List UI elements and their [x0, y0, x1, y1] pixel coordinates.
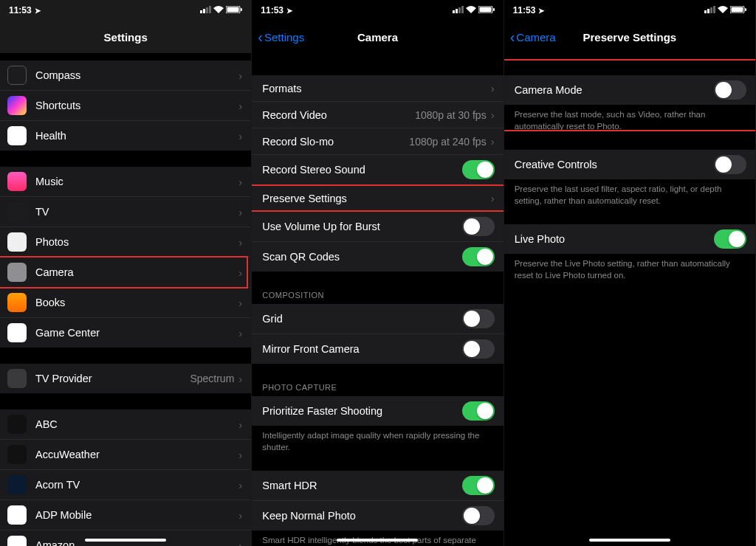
cell-scanqr[interactable]: Scan QR Codes: [252, 242, 503, 272]
location-icon: ➤: [538, 7, 544, 15]
cell-recordvideo[interactable]: Record Video1080p at 30 fps›: [252, 102, 503, 128]
chevron-right-icon: ›: [238, 373, 242, 385]
nav-bar: ‹ Settings Camera: [252, 21, 503, 53]
cell-label: Prioritize Faster Shooting: [262, 405, 461, 417]
cell-volumeburst[interactable]: Use Volume Up for Burst: [252, 212, 503, 242]
smarthdr-toggle[interactable]: [462, 476, 495, 495]
gamecenter-icon: [7, 323, 27, 342]
cell-recordstereo[interactable]: Record Stereo Sound: [252, 155, 503, 185]
chevron-right-icon: ›: [238, 266, 242, 279]
cell-camera[interactable]: Camera›: [0, 258, 251, 288]
cameramode-toggle[interactable]: [714, 80, 746, 100]
cell-label: Camera: [35, 266, 238, 278]
cell-music[interactable]: Music›: [0, 167, 251, 197]
cell-preservesettings[interactable]: Preserve Settings›: [252, 185, 503, 212]
prioritizefaster-toggle[interactable]: [462, 401, 495, 421]
cell-recordslomo[interactable]: Record Slo-mo1080p at 240 fps›: [252, 128, 503, 155]
cell-label: Grid: [262, 313, 461, 325]
location-icon: ➤: [35, 7, 41, 15]
grid-toggle[interactable]: [462, 309, 495, 328]
cell-label: Compass: [35, 69, 238, 81]
cell-tvprovider[interactable]: TV ProviderSpectrum›: [0, 364, 251, 393]
status-time: 11:53: [261, 5, 284, 15]
cell-livephoto[interactable]: Live Photo: [504, 224, 755, 254]
home-indicator[interactable]: [85, 539, 166, 542]
wifi-icon: [718, 5, 728, 15]
volumeburst-toggle[interactable]: [462, 217, 495, 236]
svg-rect-16: [710, 7, 712, 13]
back-button[interactable]: ‹ Camera: [510, 30, 556, 44]
recordstereo-toggle[interactable]: [462, 160, 495, 179]
cell-prioritizefaster[interactable]: Prioritize Faster Shooting: [252, 396, 503, 426]
cell-grid[interactable]: Grid: [252, 304, 503, 334]
cell-label: Books: [35, 297, 238, 308]
status-time: 11:53: [513, 5, 536, 15]
svg-rect-19: [731, 7, 743, 13]
cell-cameramode[interactable]: Camera Mode: [504, 75, 755, 105]
battery-icon: [226, 5, 242, 15]
camera-settings-list[interactable]: Formats›Record Video1080p at 30 fps›Reco…: [252, 53, 503, 546]
cell-tv[interactable]: TV›: [0, 197, 251, 227]
adpmobile-icon: [7, 505, 27, 525]
chevron-right-icon: ›: [238, 418, 242, 431]
cell-label: Mirror Front Camera: [262, 343, 461, 355]
back-button[interactable]: ‹ Settings: [258, 30, 304, 44]
nav-bar: Settings: [0, 21, 251, 53]
music-icon: [7, 172, 27, 191]
svg-rect-2: [206, 7, 208, 13]
health-icon: [7, 126, 27, 145]
shortcuts-icon: [7, 96, 27, 115]
camera-icon: [7, 263, 27, 282]
home-indicator[interactable]: [589, 539, 670, 542]
svg-rect-14: [704, 10, 707, 13]
chevron-right-icon: ›: [238, 206, 242, 218]
back-label: Camera: [516, 31, 555, 44]
group-footer: Intelligently adapt image quality when r…: [252, 426, 503, 455]
page-title: Settings: [104, 31, 148, 44]
compass-icon: [7, 66, 27, 85]
cell-abc[interactable]: ABC›: [0, 410, 251, 440]
svg-rect-7: [453, 10, 455, 13]
cell-compass[interactable]: Compass›: [0, 61, 251, 91]
back-label: Settings: [264, 31, 304, 44]
livephoto-toggle[interactable]: [714, 229, 746, 249]
cell-accuweather[interactable]: AccuWeather›: [0, 440, 251, 470]
screen-settings: 11:53 ➤ Settings Compass›Shortcuts›Healt…: [0, 0, 252, 546]
chevron-right-icon: ›: [491, 135, 495, 148]
settings-list[interactable]: Compass›Shortcuts›Health›Music›TV›Photos…: [0, 53, 251, 546]
creativecontrols-toggle[interactable]: [714, 155, 746, 174]
cell-keepnormal[interactable]: Keep Normal Photo: [252, 501, 503, 531]
location-icon: ➤: [286, 7, 292, 15]
cell-acorntv[interactable]: Acorn TV›: [0, 470, 251, 500]
cell-smarthdr[interactable]: Smart HDR: [252, 471, 503, 501]
home-indicator[interactable]: [337, 539, 418, 542]
cell-label: Music: [35, 176, 238, 187]
scanqr-toggle[interactable]: [462, 247, 495, 266]
cell-creativecontrols[interactable]: Creative Controls: [504, 150, 755, 179]
tv-icon: [7, 202, 27, 221]
cell-formats[interactable]: Formats›: [252, 75, 503, 102]
mirrorfront-toggle[interactable]: [462, 339, 495, 359]
group-header: PHOTO CAPTURE: [252, 380, 503, 396]
abc-icon: [7, 415, 27, 434]
cell-mirrorfront[interactable]: Mirror Front Camera: [252, 334, 503, 364]
group-footer: Preserve the last used filter, aspect ra…: [504, 179, 755, 208]
svg-rect-15: [707, 9, 709, 13]
battery-icon: [478, 5, 495, 15]
cell-gamecenter[interactable]: Game Center›: [0, 318, 251, 348]
cell-label: Record Stereo Sound: [262, 164, 461, 176]
cell-health[interactable]: Health›: [0, 121, 251, 151]
cell-label: Shortcuts: [35, 100, 238, 111]
keepnormal-toggle[interactable]: [462, 506, 495, 525]
cell-label: Formats: [262, 83, 490, 94]
cell-adpmobile[interactable]: ADP Mobile›: [0, 500, 251, 531]
preserve-settings-list[interactable]: Camera ModePreserve the last mode, such …: [504, 53, 755, 546]
cell-photos[interactable]: Photos›: [0, 227, 251, 258]
cell-books[interactable]: Books›: [0, 288, 251, 318]
cell-label: Record Video: [262, 109, 415, 121]
page-title: Preserve Settings: [583, 31, 676, 44]
cell-shortcuts[interactable]: Shortcuts›: [0, 91, 251, 121]
chevron-right-icon: ›: [238, 449, 242, 461]
screen-camera: 11:53 ➤ ‹ Settings Camera Formats›Record…: [252, 0, 504, 546]
cell-label: Live Photo: [515, 233, 714, 245]
